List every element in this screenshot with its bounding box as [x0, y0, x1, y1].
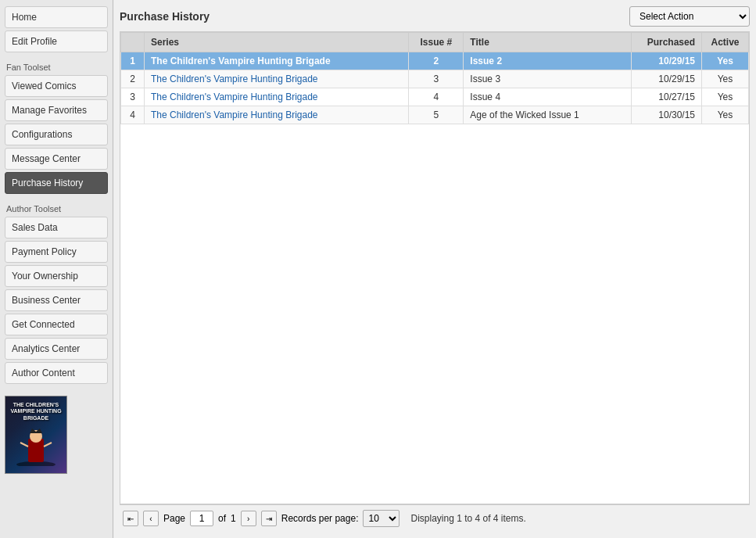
pagination-bar: ⇤ ‹ Page of 1 › ⇥ Records per page: 10 2…: [120, 504, 750, 532]
sidebar-item-your-ownership[interactable]: Your Ownership: [5, 265, 108, 287]
cell-issue: 3: [409, 70, 464, 88]
cell-title: Age of the Wicked Issue 1: [464, 106, 632, 124]
of-label: of: [218, 513, 226, 524]
sidebar-item-purchase-history[interactable]: Purchase History: [5, 172, 108, 194]
cell-series[interactable]: The Children's Vampire Hunting Brigade: [145, 106, 409, 124]
col-header-issue: Issue #: [409, 33, 464, 52]
cell-issue: 2: [409, 52, 464, 70]
cell-purchased: 10/27/15: [632, 88, 702, 106]
sidebar-item-payment-policy[interactable]: Payment Policy: [5, 241, 108, 263]
cell-num: 1: [121, 52, 145, 70]
purchase-table: Series Issue # Title Purchased Active 1T…: [120, 32, 749, 124]
fan-toolset-label: Fan Toolset: [6, 63, 108, 72]
page-input[interactable]: [190, 511, 213, 526]
page-title: Purchase History: [120, 10, 210, 23]
series-link[interactable]: The Children's Vampire Hunting Brigade: [151, 91, 318, 102]
sidebar-item-viewed-comics[interactable]: Viewed Comics: [5, 75, 108, 97]
cell-active: Yes: [702, 52, 749, 70]
cell-purchased: 10/29/15: [632, 70, 702, 88]
series-link[interactable]: The Children's Vampire Hunting Brigade: [151, 56, 331, 66]
sidebar-item-manage-favorites[interactable]: Manage Favorites: [5, 99, 108, 121]
table-row: 1The Children's Vampire Hunting Brigade2…: [121, 52, 749, 70]
col-header-series: Series: [145, 33, 409, 52]
sidebar-item-configurations[interactable]: Configurations: [5, 124, 108, 145]
cell-issue: 4: [409, 88, 464, 106]
author-toolset-label: Author Toolset: [6, 204, 108, 213]
cell-title: Issue 3: [464, 70, 632, 88]
table-row: 4The Children's Vampire Hunting Brigade5…: [121, 106, 749, 124]
sidebar-item-analytics-center[interactable]: Analytics Center: [5, 338, 108, 360]
cell-num: 3: [121, 88, 145, 106]
pagination-status: Displaying 1 to 4 of 4 items.: [410, 513, 525, 524]
svg-line-4: [20, 443, 28, 447]
sidebar-item-get-connected[interactable]: Get Connected: [5, 314, 108, 335]
col-header-num: [121, 33, 145, 52]
total-pages: 1: [231, 513, 236, 524]
page-label: Page: [163, 513, 185, 524]
sidebar-item-business-center[interactable]: Business Center: [5, 289, 108, 311]
col-header-active: Active: [702, 33, 749, 52]
main-header: Purchase History Select Action Remove Se…: [120, 6, 750, 27]
main-content: Purchase History Select Action Remove Se…: [113, 0, 756, 538]
cell-title: Issue 4: [464, 88, 632, 106]
sidebar-item-home[interactable]: Home: [5, 6, 108, 28]
cell-active: Yes: [702, 70, 749, 88]
table-body: 1The Children's Vampire Hunting Brigade2…: [121, 52, 749, 124]
cell-issue: 5: [409, 106, 464, 124]
sidebar-item-edit-profile[interactable]: Edit Profile: [5, 30, 108, 52]
cell-active: Yes: [702, 88, 749, 106]
next-page-button[interactable]: ›: [241, 511, 256, 526]
sidebar: Home Edit Profile Fan Toolset Viewed Com…: [0, 0, 113, 538]
col-header-purchased: Purchased: [632, 33, 702, 52]
series-link[interactable]: The Children's Vampire Hunting Brigade: [151, 109, 318, 120]
cell-title: Issue 2: [464, 52, 632, 70]
prev-page-button[interactable]: ‹: [143, 511, 159, 526]
sidebar-item-sales-data[interactable]: Sales Data: [5, 217, 108, 239]
last-page-button[interactable]: ⇥: [261, 511, 277, 526]
table-row: 2The Children's Vampire Hunting Brigade3…: [121, 70, 749, 88]
book-thumbnail[interactable]: THE CHILDREN'S VAMPIRE HUNTING BRIGADE: [5, 396, 67, 474]
cell-series[interactable]: The Children's Vampire Hunting Brigade: [145, 70, 409, 88]
cell-purchased: 10/29/15: [632, 52, 702, 70]
sidebar-item-author-content[interactable]: Author Content: [5, 362, 108, 384]
col-header-title: Title: [464, 33, 632, 52]
first-page-button[interactable]: ⇤: [123, 511, 138, 526]
table-header-row: Series Issue # Title Purchased Active: [121, 33, 749, 52]
cell-active: Yes: [702, 106, 749, 124]
select-action-wrapper: Select Action Remove Selected Download S…: [629, 6, 750, 27]
cell-num: 4: [121, 106, 145, 124]
thumbnail-title: THE CHILDREN'S VAMPIRE HUNTING BRIGADE: [9, 402, 63, 421]
cell-series[interactable]: The Children's Vampire Hunting Brigade: [145, 88, 409, 106]
series-link[interactable]: The Children's Vampire Hunting Brigade: [151, 74, 318, 84]
cell-purchased: 10/30/15: [632, 106, 702, 124]
sidebar-item-message-center[interactable]: Message Center: [5, 148, 108, 170]
cell-series[interactable]: The Children's Vampire Hunting Brigade: [145, 52, 409, 70]
cell-num: 2: [121, 70, 145, 88]
select-action-dropdown[interactable]: Select Action Remove Selected Download S…: [629, 6, 750, 27]
table-row: 3The Children's Vampire Hunting Brigade4…: [121, 88, 749, 106]
svg-line-5: [44, 443, 52, 447]
records-per-page-label: Records per page:: [281, 513, 359, 524]
table-container: Series Issue # Title Purchased Active 1T…: [120, 31, 750, 504]
records-per-page-select[interactable]: 10 25 50 100: [363, 510, 399, 527]
